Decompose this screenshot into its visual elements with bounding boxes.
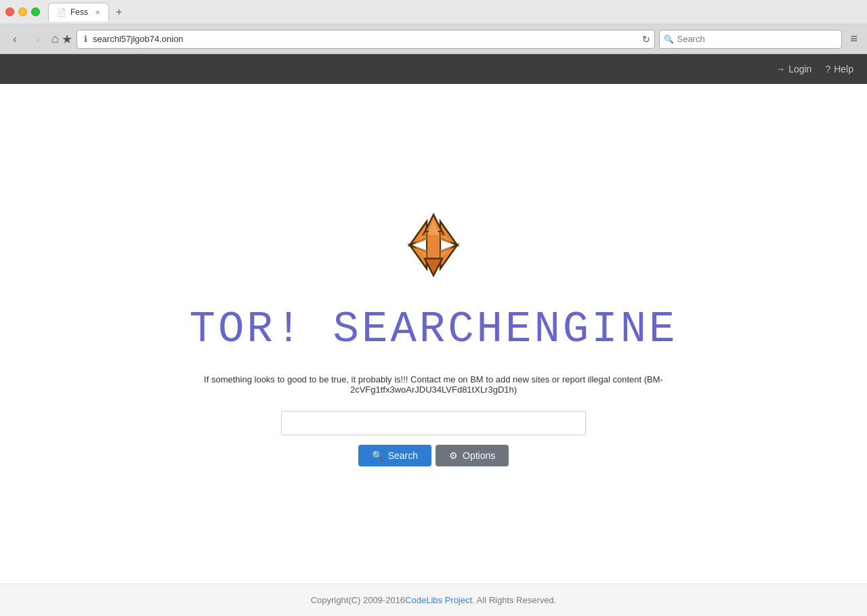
title-part1: Tor xyxy=(190,305,276,354)
footer-copyright: Copyright(C) 2009-2016 xyxy=(311,595,405,605)
main-content: Tor! SearchEngine If something looks to … xyxy=(0,84,867,584)
disclaimer-text: If something looks to good to be true, i… xyxy=(176,374,691,395)
close-window-button[interactable] xyxy=(5,7,14,16)
search-button-icon: 🔍 xyxy=(372,450,383,461)
search-button[interactable]: 🔍 Search xyxy=(358,445,431,466)
minimize-window-button[interactable] xyxy=(18,7,27,16)
toolbar-extra-icons: ⌂ ★ xyxy=(51,32,72,47)
site-title: Tor! SearchEngine xyxy=(190,305,678,354)
options-button-label: Options xyxy=(463,450,495,461)
search-button-label: Search xyxy=(388,450,418,461)
login-link[interactable]: → Login xyxy=(776,64,811,74)
search-form: 🔍 Search ⚙ Options xyxy=(14,411,853,466)
back-button[interactable]: ‹ xyxy=(5,30,24,49)
title-part2: SearchEngine xyxy=(333,305,678,354)
titlebar: 📄 Fess ✕ + xyxy=(0,0,867,24)
browser-search-icon: 🔍 xyxy=(664,35,674,44)
browser-search-input[interactable] xyxy=(677,34,812,44)
reload-button[interactable]: ↻ xyxy=(642,34,650,45)
options-button[interactable]: ⚙ Options xyxy=(436,445,509,466)
maximize-window-button[interactable] xyxy=(31,7,40,16)
help-icon: ? xyxy=(825,64,830,74)
footer: Copyright(C) 2009-2016 CodeLibs Project … xyxy=(0,584,867,616)
title-exclamation: ! xyxy=(276,305,304,354)
main-search-input[interactable] xyxy=(281,411,586,435)
tab-title: Fess xyxy=(70,7,88,17)
address-bar[interactable]: ℹ ↻ xyxy=(77,30,656,49)
footer-suffix: . All Rights Reserved. xyxy=(472,595,556,605)
tab-bar: 📄 Fess ✕ + xyxy=(48,3,862,22)
options-button-icon: ⚙ xyxy=(449,450,458,461)
login-label: Login xyxy=(788,64,811,74)
help-link[interactable]: ? Help xyxy=(825,64,853,74)
search-buttons-row: 🔍 Search ⚙ Options xyxy=(358,445,509,466)
footer-link[interactable]: CodeLibs Project xyxy=(405,595,472,605)
tab-icon: 📄 xyxy=(57,8,66,17)
browser-toolbar: ‹ › ⌂ ★ ℹ ↻ 🔍 ≡ xyxy=(0,24,867,54)
login-icon: → xyxy=(776,64,785,74)
address-input[interactable] xyxy=(93,34,640,44)
browser-menu-button[interactable]: ≡ xyxy=(846,30,862,47)
active-tab[interactable]: 📄 Fess ✕ xyxy=(48,3,109,22)
home-icon: ⌂ xyxy=(51,32,59,46)
forward-button[interactable]: › xyxy=(28,30,47,49)
new-tab-button[interactable]: + xyxy=(112,5,126,20)
info-icon[interactable]: ℹ xyxy=(81,34,90,44)
tab-close-button[interactable]: ✕ xyxy=(95,9,100,16)
logo-container xyxy=(389,201,478,292)
app-navbar: → Login ? Help xyxy=(0,54,867,84)
svg-rect-5 xyxy=(427,232,440,259)
star-icon: ★ xyxy=(62,32,72,47)
site-logo xyxy=(389,201,478,289)
browser-search-bar[interactable]: 🔍 xyxy=(659,30,842,49)
traffic-lights xyxy=(5,7,40,16)
help-label: Help xyxy=(834,64,853,74)
